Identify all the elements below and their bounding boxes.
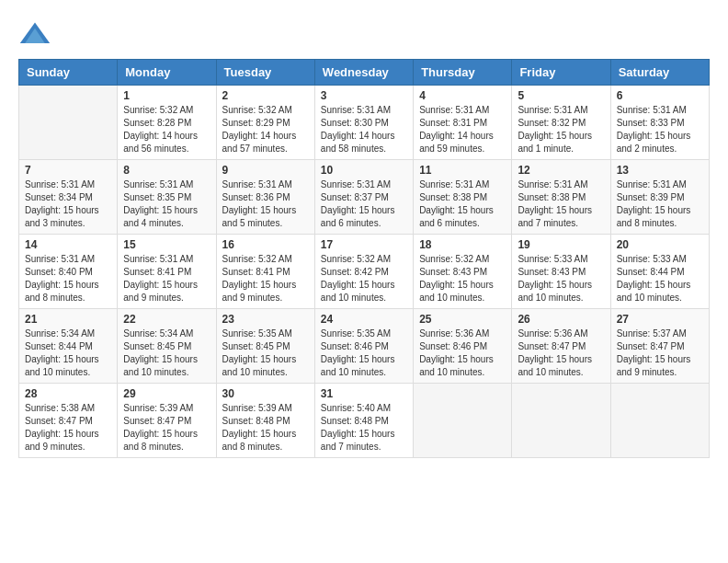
day-number: 22: [123, 313, 210, 326]
calendar-table: SundayMondayTuesdayWednesdayThursdayFrid…: [18, 59, 710, 458]
day-info: Sunrise: 5:36 AM Sunset: 8:47 PM Dayligh…: [518, 327, 604, 379]
calendar-cell: 10Sunrise: 5:31 AM Sunset: 8:37 PM Dayli…: [314, 160, 413, 235]
day-number: 1: [123, 89, 210, 102]
day-header-monday: Monday: [118, 60, 216, 86]
calendar-cell: 21Sunrise: 5:34 AM Sunset: 8:44 PM Dayli…: [19, 309, 118, 384]
day-header-thursday: Thursday: [414, 60, 512, 86]
day-info: Sunrise: 5:32 AM Sunset: 8:42 PM Dayligh…: [321, 253, 407, 304]
calendar-body: 1Sunrise: 5:32 AM Sunset: 8:28 PM Daylig…: [19, 86, 710, 458]
day-number: 17: [321, 238, 407, 251]
day-info: Sunrise: 5:32 AM Sunset: 8:43 PM Dayligh…: [419, 253, 506, 304]
day-number: 16: [222, 238, 309, 251]
day-info: Sunrise: 5:33 AM Sunset: 8:43 PM Dayligh…: [518, 253, 604, 304]
day-number: 8: [123, 164, 210, 177]
day-header-tuesday: Tuesday: [216, 60, 314, 86]
day-info: Sunrise: 5:34 AM Sunset: 8:44 PM Dayligh…: [25, 327, 111, 379]
day-number: 30: [222, 387, 309, 400]
day-info: Sunrise: 5:31 AM Sunset: 8:30 PM Dayligh…: [321, 104, 407, 155]
calendar-cell: 25Sunrise: 5:36 AM Sunset: 8:46 PM Dayli…: [414, 309, 512, 384]
day-info: Sunrise: 5:31 AM Sunset: 8:39 PM Dayligh…: [617, 178, 703, 230]
day-number: 6: [617, 89, 703, 102]
calendar-cell: 24Sunrise: 5:35 AM Sunset: 8:46 PM Dayli…: [314, 309, 413, 384]
day-number: 13: [617, 164, 703, 177]
day-number: 14: [25, 238, 111, 251]
day-info: Sunrise: 5:36 AM Sunset: 8:46 PM Dayligh…: [419, 327, 506, 379]
calendar-cell: 17Sunrise: 5:32 AM Sunset: 8:42 PM Dayli…: [314, 235, 413, 309]
day-header-sunday: Sunday: [19, 60, 118, 86]
day-number: 5: [518, 89, 604, 102]
day-info: Sunrise: 5:31 AM Sunset: 8:38 PM Dayligh…: [518, 178, 604, 230]
calendar-cell: 19Sunrise: 5:33 AM Sunset: 8:43 PM Dayli…: [512, 235, 610, 309]
logo-icon: [18, 18, 51, 52]
day-info: Sunrise: 5:35 AM Sunset: 8:46 PM Dayligh…: [321, 327, 407, 379]
calendar-cell: 29Sunrise: 5:39 AM Sunset: 8:47 PM Dayli…: [118, 384, 216, 458]
calendar-cell: 7Sunrise: 5:31 AM Sunset: 8:34 PM Daylig…: [19, 160, 118, 235]
calendar-cell: 8Sunrise: 5:31 AM Sunset: 8:35 PM Daylig…: [118, 160, 216, 235]
day-info: Sunrise: 5:31 AM Sunset: 8:36 PM Dayligh…: [222, 178, 309, 230]
day-number: 27: [617, 313, 703, 326]
day-info: Sunrise: 5:31 AM Sunset: 8:33 PM Dayligh…: [617, 104, 703, 155]
day-info: Sunrise: 5:33 AM Sunset: 8:44 PM Dayligh…: [617, 253, 703, 304]
calendar-cell: 5Sunrise: 5:31 AM Sunset: 8:32 PM Daylig…: [512, 86, 610, 160]
calendar-cell: [19, 86, 118, 160]
day-number: 20: [617, 238, 703, 251]
day-info: Sunrise: 5:37 AM Sunset: 8:47 PM Dayligh…: [617, 327, 703, 379]
calendar-cell: [512, 384, 610, 458]
calendar-cell: 11Sunrise: 5:31 AM Sunset: 8:38 PM Dayli…: [414, 160, 512, 235]
day-number: 21: [25, 313, 111, 326]
logo: [18, 18, 55, 52]
day-number: 3: [321, 89, 407, 102]
calendar-week-5: 28Sunrise: 5:38 AM Sunset: 8:47 PM Dayli…: [19, 384, 710, 458]
calendar-cell: 6Sunrise: 5:31 AM Sunset: 8:33 PM Daylig…: [610, 86, 709, 160]
day-number: 4: [419, 89, 506, 102]
calendar-cell: 28Sunrise: 5:38 AM Sunset: 8:47 PM Dayli…: [19, 384, 118, 458]
day-number: 19: [518, 238, 604, 251]
day-number: 11: [419, 164, 506, 177]
calendar-header: SundayMondayTuesdayWednesdayThursdayFrid…: [19, 60, 710, 86]
day-number: 7: [25, 164, 111, 177]
calendar-cell: [414, 384, 512, 458]
day-info: Sunrise: 5:38 AM Sunset: 8:47 PM Dayligh…: [25, 402, 111, 454]
day-info: Sunrise: 5:31 AM Sunset: 8:35 PM Dayligh…: [123, 178, 210, 230]
calendar-cell: 14Sunrise: 5:31 AM Sunset: 8:40 PM Dayli…: [19, 235, 118, 309]
day-number: 31: [321, 387, 407, 400]
calendar-cell: 18Sunrise: 5:32 AM Sunset: 8:43 PM Dayli…: [414, 235, 512, 309]
calendar-cell: 20Sunrise: 5:33 AM Sunset: 8:44 PM Dayli…: [610, 235, 709, 309]
day-header-wednesday: Wednesday: [314, 60, 413, 86]
day-info: Sunrise: 5:31 AM Sunset: 8:32 PM Dayligh…: [518, 104, 604, 155]
day-info: Sunrise: 5:31 AM Sunset: 8:40 PM Dayligh…: [25, 253, 111, 304]
day-info: Sunrise: 5:31 AM Sunset: 8:38 PM Dayligh…: [419, 178, 506, 230]
calendar-cell: 9Sunrise: 5:31 AM Sunset: 8:36 PM Daylig…: [216, 160, 314, 235]
calendar-cell: 27Sunrise: 5:37 AM Sunset: 8:47 PM Dayli…: [610, 309, 709, 384]
day-info: Sunrise: 5:34 AM Sunset: 8:45 PM Dayligh…: [123, 327, 210, 379]
day-number: 10: [321, 164, 407, 177]
day-info: Sunrise: 5:39 AM Sunset: 8:48 PM Dayligh…: [222, 402, 309, 454]
day-info: Sunrise: 5:32 AM Sunset: 8:28 PM Dayligh…: [123, 104, 210, 155]
calendar-cell: 22Sunrise: 5:34 AM Sunset: 8:45 PM Dayli…: [118, 309, 216, 384]
day-number: 26: [518, 313, 604, 326]
calendar-week-2: 7Sunrise: 5:31 AM Sunset: 8:34 PM Daylig…: [19, 160, 710, 235]
calendar-cell: 30Sunrise: 5:39 AM Sunset: 8:48 PM Dayli…: [216, 384, 314, 458]
day-number: 23: [222, 313, 309, 326]
calendar-cell: 16Sunrise: 5:32 AM Sunset: 8:41 PM Dayli…: [216, 235, 314, 309]
day-number: 24: [321, 313, 407, 326]
calendar-cell: 2Sunrise: 5:32 AM Sunset: 8:29 PM Daylig…: [216, 86, 314, 160]
day-info: Sunrise: 5:31 AM Sunset: 8:34 PM Dayligh…: [25, 178, 111, 230]
calendar-cell: 26Sunrise: 5:36 AM Sunset: 8:47 PM Dayli…: [512, 309, 610, 384]
day-info: Sunrise: 5:39 AM Sunset: 8:47 PM Dayligh…: [123, 402, 210, 454]
day-number: 2: [222, 89, 309, 102]
day-number: 18: [419, 238, 506, 251]
day-number: 15: [123, 238, 210, 251]
day-info: Sunrise: 5:32 AM Sunset: 8:29 PM Dayligh…: [222, 104, 309, 155]
day-info: Sunrise: 5:31 AM Sunset: 8:41 PM Dayligh…: [123, 253, 210, 304]
calendar-cell: 13Sunrise: 5:31 AM Sunset: 8:39 PM Dayli…: [610, 160, 709, 235]
day-header-friday: Friday: [512, 60, 610, 86]
page-header: [18, 18, 710, 52]
calendar-cell: 1Sunrise: 5:32 AM Sunset: 8:28 PM Daylig…: [118, 86, 216, 160]
day-number: 28: [25, 387, 111, 400]
day-info: Sunrise: 5:32 AM Sunset: 8:41 PM Dayligh…: [222, 253, 309, 304]
calendar-week-3: 14Sunrise: 5:31 AM Sunset: 8:40 PM Dayli…: [19, 235, 710, 309]
day-info: Sunrise: 5:40 AM Sunset: 8:48 PM Dayligh…: [321, 402, 407, 454]
calendar-cell: 12Sunrise: 5:31 AM Sunset: 8:38 PM Dayli…: [512, 160, 610, 235]
day-number: 12: [518, 164, 604, 177]
